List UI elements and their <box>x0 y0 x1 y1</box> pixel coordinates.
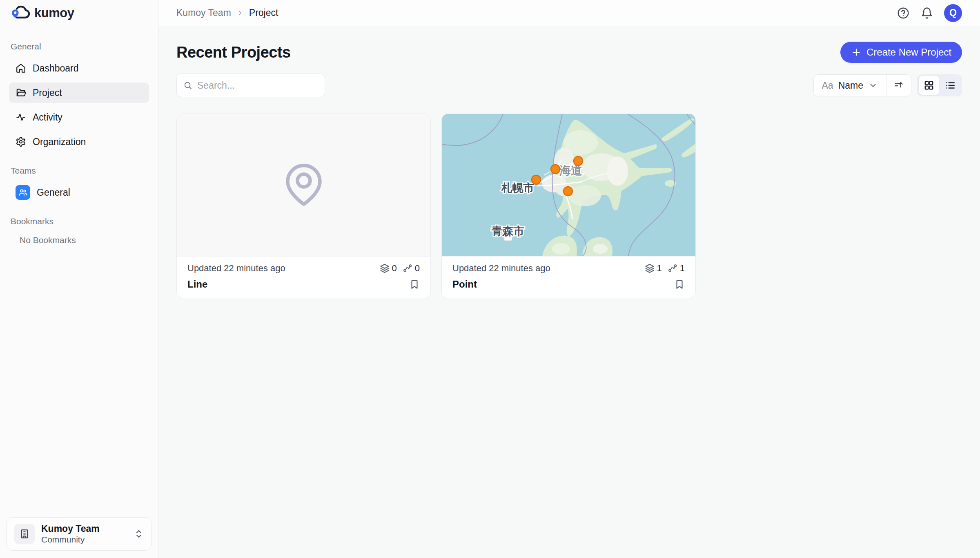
sidebar-item-label: Dashboard <box>33 63 79 74</box>
map-label-hokkaido: 海道 <box>559 164 582 177</box>
project-card-line[interactable]: Updated 22 minutes ago 0 0 <box>176 114 431 298</box>
layer-count: 0 <box>380 263 397 274</box>
gear-icon <box>16 136 26 147</box>
aa-icon: Aa <box>822 80 833 91</box>
map-marker <box>532 175 541 184</box>
view-toggle <box>917 74 962 96</box>
project-cards: Updated 22 minutes ago 0 0 <box>176 114 962 298</box>
card-name: Line <box>187 279 207 290</box>
help-circle-icon <box>897 7 910 20</box>
app-name: kumoy <box>34 6 74 20</box>
map-label-sapporo: 札幌市 <box>501 182 535 194</box>
logo[interactable]: kumoy <box>0 0 158 26</box>
route-icon <box>403 263 412 273</box>
team-switcher[interactable]: Kumoy Team Community <box>7 517 151 551</box>
sort-controls: Aa Name <box>813 74 912 96</box>
card-name: Point <box>452 279 477 290</box>
sidebar-item-label: Project <box>33 87 62 98</box>
building-icon <box>14 524 35 544</box>
map-label-aomori: 青森市 <box>492 225 525 237</box>
avatar[interactable]: Q <box>944 4 962 22</box>
bookmark-icon <box>674 279 685 290</box>
project-thumbnail-map: 海道 札幌市 青森市 <box>442 114 695 256</box>
card-footer: Updated 22 minutes ago 0 0 <box>177 256 430 298</box>
breadcrumb-page: Project <box>249 7 278 18</box>
sidebar-item-label: Activity <box>33 112 62 123</box>
project-card-point[interactable]: 海道 札幌市 青森市 <box>441 114 696 298</box>
map-pin-icon <box>284 163 323 208</box>
card-updated-text: Updated 22 minutes ago <box>187 263 285 274</box>
search-input[interactable] <box>197 80 318 91</box>
page-title: Recent Projects <box>176 44 291 61</box>
list-icon <box>945 80 956 91</box>
sort-direction-button[interactable] <box>886 75 911 96</box>
help-button[interactable] <box>897 7 910 20</box>
create-button-label: Create New Project <box>866 47 951 58</box>
app-root: kumoy General Dashboard Project Activity… <box>0 0 980 558</box>
project-thumbnail-placeholder <box>177 114 430 256</box>
chevron-down-icon <box>868 80 878 90</box>
sort-ascending-icon <box>893 80 904 91</box>
map-thumbnail: 海道 札幌市 青森市 <box>442 114 696 256</box>
sidebar-item-label: Organization <box>33 136 86 147</box>
layers-icon <box>645 263 655 273</box>
layer-count: 1 <box>645 263 662 274</box>
topbar: Kumoy Team Project Q <box>158 0 980 26</box>
team-switcher-text: Kumoy Team Community <box>41 523 127 545</box>
map-marker <box>564 187 572 196</box>
main-area: Kumoy Team Project Q Recent Projects Cr <box>158 0 980 558</box>
team-plan: Community <box>41 534 127 545</box>
search-box <box>176 74 325 97</box>
map-marker <box>551 165 560 174</box>
sidebar: kumoy General Dashboard Project Activity… <box>0 0 158 558</box>
bookmark-icon <box>409 279 420 290</box>
card-footer: Updated 22 minutes ago 1 1 <box>442 256 695 298</box>
layer-count-value: 1 <box>657 263 662 274</box>
sort-field-button[interactable]: Aa Name <box>814 75 886 96</box>
layer-count-value: 0 <box>392 263 397 274</box>
map-marker <box>574 156 583 165</box>
grid-view-button[interactable] <box>919 76 939 95</box>
sidebar-item-dashboard[interactable]: Dashboard <box>9 58 149 78</box>
feature-count-value: 1 <box>680 263 685 274</box>
create-new-project-button[interactable]: Create New Project <box>840 42 962 63</box>
sidebar-item-label: General <box>37 187 70 198</box>
folder-open-icon <box>16 87 26 98</box>
bell-icon <box>920 7 933 20</box>
bookmark-button[interactable] <box>409 279 420 290</box>
activity-icon <box>16 112 26 123</box>
layers-icon <box>380 263 390 273</box>
route-icon <box>668 263 677 273</box>
list-view-button[interactable] <box>940 76 960 95</box>
breadcrumb: Kumoy Team Project <box>176 7 278 18</box>
sort-field-label: Name <box>838 80 863 91</box>
chevron-right-icon <box>236 9 244 17</box>
sidebar-item-team-general[interactable]: General <box>9 182 149 203</box>
breadcrumb-team[interactable]: Kumoy Team <box>176 7 231 18</box>
bookmarks-empty-text: No Bookmarks <box>9 233 149 245</box>
sidebar-item-organization[interactable]: Organization <box>9 132 149 152</box>
plus-icon <box>851 47 862 58</box>
section-heading-bookmarks: Bookmarks <box>11 217 147 226</box>
notifications-button[interactable] <box>920 7 933 20</box>
sidebar-item-project[interactable]: Project <box>9 83 149 103</box>
section-heading-general: General <box>11 42 147 51</box>
feature-count: 1 <box>668 263 685 274</box>
section-heading-teams: Teams <box>11 166 147 176</box>
content: Recent Projects Create New Project Aa Na… <box>158 26 980 558</box>
feature-count-value: 0 <box>415 263 420 274</box>
chevrons-up-down-icon <box>134 529 144 539</box>
home-icon <box>16 63 26 74</box>
card-updated-text: Updated 22 minutes ago <box>452 263 550 274</box>
team-users-icon <box>16 185 30 200</box>
team-name: Kumoy Team <box>41 523 127 535</box>
sidebar-nav: General Dashboard Project Activity Organ… <box>0 26 158 517</box>
card-counts: 0 0 <box>380 263 420 274</box>
sidebar-item-activity[interactable]: Activity <box>9 107 149 127</box>
grid-icon <box>924 80 934 91</box>
topbar-right: Q <box>897 4 962 22</box>
feature-count: 0 <box>403 263 420 274</box>
search-icon <box>183 80 192 91</box>
card-counts: 1 1 <box>645 263 685 274</box>
bookmark-button[interactable] <box>674 279 685 290</box>
